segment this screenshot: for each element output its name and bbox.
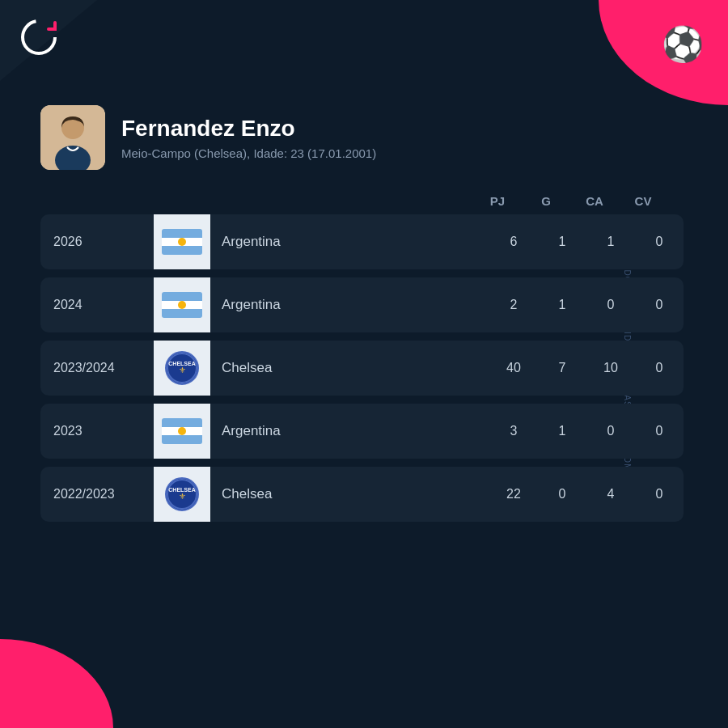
row-team-name: Chelsea [222,349,489,387]
row-stat-cv: 0 [635,223,684,260]
col-header-cv: CV [619,194,667,208]
row-season: 2023 [40,413,154,450]
chelsea-badge-img: CHELSEA ⚜ [165,477,199,511]
row-stat-pj: 3 [489,413,538,450]
table-row: 2023 Argentina3100 [40,404,684,459]
row-stat-pj: 40 [489,349,538,387]
table-row: 2026 Argentina6110 [40,214,684,269]
col-header-ca: CA [570,194,619,208]
row-stat-ca: 10 [586,349,635,387]
bottom-left-decoration [0,639,113,728]
row-stat-ca: 1 [586,223,635,260]
row-stat-g: 1 [538,413,586,450]
argentina-flag [154,277,210,332]
col-header-pj: PJ [473,194,522,208]
col-header-g: G [522,194,570,208]
player-name: Fernandez Enzo [121,116,376,142]
stats-table: PJ G CA CV 2026 Argentina61102024 Arg [40,194,684,522]
soccer-ball-icon: ⚽ [662,24,704,64]
row-stat-g: 0 [538,476,586,513]
row-stat-cv: 0 [635,413,684,450]
row-team-name: Argentina [222,412,489,451]
table-header: PJ G CA CV [40,194,684,208]
chelsea-badge: CHELSEA ⚜ [154,467,210,522]
player-info: Fernandez Enzo Meio-Campo (Chelsea), Ida… [121,116,376,160]
player-header: Fernandez Enzo Meio-Campo (Chelsea), Ida… [40,105,684,170]
row-stat-g: 1 [538,223,586,260]
row-stat-g: 1 [538,286,586,324]
row-stat-g: 7 [538,349,586,387]
svg-text:⚜: ⚜ [179,492,186,501]
top-right-decoration: ⚽ [599,0,728,105]
row-team-name: Argentina [222,286,489,324]
row-season: 2022/2023 [40,476,154,513]
row-team-name: Argentina [222,222,489,261]
row-stat-pj: 22 [489,476,538,513]
chelsea-badge: CHELSEA ⚜ [154,341,210,396]
argentina-flag-img [162,418,202,444]
table-row: 2024 Argentina2100 [40,277,684,332]
argentina-flag-img [162,292,202,318]
player-avatar [40,105,105,170]
row-stat-cv: 0 [635,476,684,513]
row-stat-ca: 0 [586,413,635,450]
row-season: 2024 [40,286,154,324]
table-row: 2023/2024 CHELSEA ⚜ Chelsea407100 [40,341,684,396]
row-stat-cv: 0 [635,349,684,387]
row-stat-cv: 0 [635,286,684,324]
argentina-flag-img [162,229,202,255]
main-content: Fernandez Enzo Meio-Campo (Chelsea), Ida… [40,105,684,530]
argentina-flag [154,404,210,459]
row-stat-pj: 6 [489,223,538,260]
chelsea-badge-img: CHELSEA ⚜ [165,351,199,385]
svg-point-0 [23,21,55,53]
row-season: 2026 [40,223,154,260]
argentina-flag [154,214,210,269]
table-row: 2022/2023 CHELSEA ⚜ Chelsea22040 [40,467,684,522]
table-body: 2026 Argentina61102024 Argentina21002023… [40,214,684,522]
row-stat-pj: 2 [489,286,538,324]
row-season: 2023/2024 [40,349,154,387]
row-team-name: Chelsea [222,475,489,514]
svg-text:⚜: ⚜ [179,366,186,375]
player-details: Meio-Campo (Chelsea), Idade: 23 (17.01.2… [121,146,376,160]
row-stat-ca: 4 [586,476,635,513]
row-stat-ca: 0 [586,286,635,324]
app-logo [18,18,60,57]
